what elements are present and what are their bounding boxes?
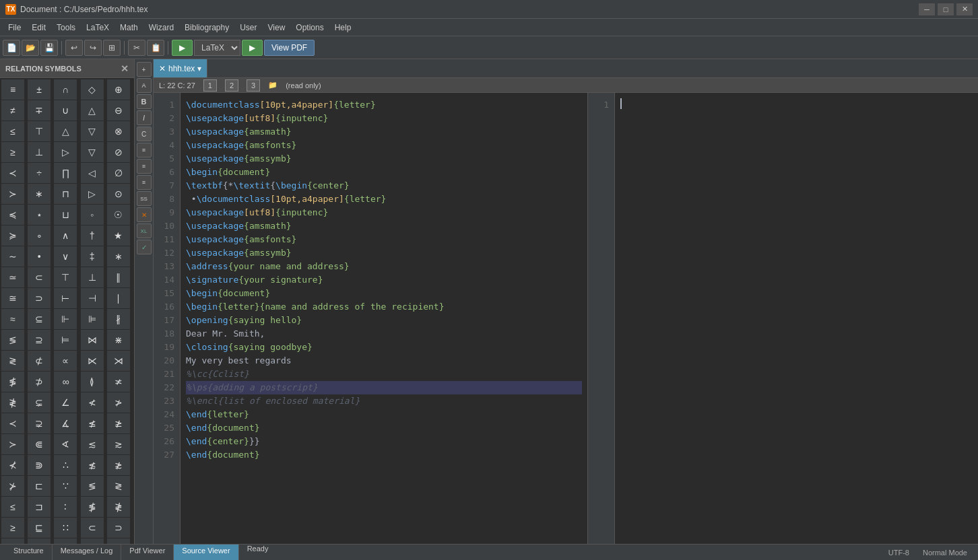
symbol-cell-19[interactable]: ⊘ <box>107 142 130 162</box>
symbol-cell-29[interactable]: ⊙ <box>107 184 130 204</box>
page-btn-2[interactable]: 2 <box>225 79 238 92</box>
symbol-cell-47[interactable]: ⊤ <box>54 267 77 287</box>
symbol-cell-75[interactable]: ≹ <box>1 392 24 413</box>
symbol-cell-112[interactable]: ∸ <box>54 538 77 544</box>
side-c-button[interactable]: C <box>137 127 152 141</box>
symbol-cell-92[interactable]: ∴ <box>54 455 77 475</box>
side-list2-button[interactable]: ≡ <box>137 159 152 174</box>
symbol-cell-21[interactable]: ÷ <box>28 163 51 183</box>
symbol-cell-109[interactable]: ⊃ <box>107 518 130 538</box>
symbol-cell-33[interactable]: ◦ <box>81 205 104 225</box>
symbol-cell-87[interactable]: ∢ <box>54 434 77 454</box>
symbol-cell-110[interactable]: ≦ <box>1 538 24 544</box>
symbol-cell-46[interactable]: ⊂ <box>28 267 51 287</box>
symbol-cell-9[interactable]: ⊖ <box>107 100 130 120</box>
symbol-cell-86[interactable]: ⋐ <box>28 434 51 454</box>
maximize-button[interactable]: □ <box>938 3 954 15</box>
compile-button[interactable]: ▶ <box>172 40 193 56</box>
symbol-cell-38[interactable]: † <box>81 225 104 246</box>
symbol-cell-77[interactable]: ∠ <box>54 392 77 413</box>
symbol-cell-84[interactable]: ≱ <box>107 413 130 433</box>
symbol-cell-55[interactable]: ≈ <box>1 309 24 329</box>
cut-button[interactable]: ✂ <box>128 40 145 56</box>
symbol-cell-69[interactable]: ⋊ <box>107 351 130 371</box>
symbol-cell-0[interactable]: ≡ <box>1 79 24 100</box>
copy-multi-button[interactable]: ⊞ <box>103 40 121 56</box>
side-x-button[interactable]: ✕ <box>137 207 152 222</box>
symbol-cell-43[interactable]: ‡ <box>81 246 104 267</box>
symbol-cell-65[interactable]: ≷ <box>1 351 24 371</box>
symbol-cell-68[interactable]: ⋉ <box>81 351 104 371</box>
symbol-cell-45[interactable]: ≃ <box>1 267 24 287</box>
symbol-cell-60[interactable]: ≶ <box>1 330 24 350</box>
symbol-cell-4[interactable]: ⊕ <box>107 79 130 100</box>
symbol-cell-3[interactable]: ◇ <box>81 79 104 100</box>
minimize-button[interactable]: ─ <box>919 3 935 15</box>
symbol-cell-106[interactable]: ⊑ <box>28 518 51 538</box>
symbol-panel-close[interactable]: ✕ <box>121 63 129 74</box>
side-list-button[interactable]: ≡ <box>137 143 152 158</box>
symbol-cell-57[interactable]: ⊩ <box>54 309 77 329</box>
status-tab-pdfviewer[interactable]: Pdf Viewer <box>121 545 174 560</box>
page-btn-1[interactable]: 1 <box>203 79 217 92</box>
latex-select[interactable]: LaTeX <box>194 40 240 56</box>
side-b-button[interactable]: B <box>137 94 152 109</box>
symbol-cell-64[interactable]: ⋇ <box>107 330 130 350</box>
side-add-button[interactable]: + <box>137 62 152 77</box>
menu-item-user[interactable]: User <box>234 21 262 34</box>
symbol-cell-36[interactable]: ∘ <box>28 225 51 246</box>
menu-item-wizard[interactable]: Wizard <box>143 21 179 34</box>
symbol-cell-27[interactable]: ⊓ <box>54 184 77 204</box>
symbol-cell-6[interactable]: ∓ <box>28 100 51 120</box>
symbol-cell-22[interactable]: ∏ <box>54 163 77 183</box>
menu-item-options[interactable]: Options <box>290 21 329 34</box>
symbol-cell-78[interactable]: ≮ <box>81 392 104 413</box>
symbol-cell-25[interactable]: ≻ <box>1 184 24 204</box>
symbol-cell-101[interactable]: ⊐ <box>28 497 51 517</box>
symbol-cell-105[interactable]: ≥ <box>1 518 24 538</box>
symbol-cell-5[interactable]: ≠ <box>1 100 24 120</box>
symbol-cell-91[interactable]: ⋑ <box>28 455 51 475</box>
symbol-cell-40[interactable]: ∼ <box>1 246 24 267</box>
folder-icon[interactable]: 📁 <box>268 81 278 90</box>
symbol-cell-88[interactable]: ≲ <box>81 434 104 454</box>
side-ss-button[interactable]: SS <box>137 191 152 206</box>
symbol-cell-34[interactable]: ☉ <box>107 205 130 225</box>
symbol-cell-102[interactable]: ∶ <box>54 497 77 517</box>
symbol-cell-32[interactable]: ⊔ <box>54 205 77 225</box>
symbol-cell-49[interactable]: ∥ <box>107 267 130 287</box>
symbol-cell-93[interactable]: ≴ <box>81 455 104 475</box>
symbol-cell-15[interactable]: ≥ <box>1 142 24 162</box>
menu-item-file[interactable]: File <box>3 21 26 34</box>
status-tab-messages[interactable]: Messages / Log <box>53 545 122 560</box>
symbol-cell-41[interactable]: • <box>28 246 51 267</box>
symbol-cell-37[interactable]: ∧ <box>54 225 77 246</box>
symbol-cell-28[interactable]: ▷ <box>81 184 104 204</box>
symbol-cell-90[interactable]: ⊀ <box>1 455 24 475</box>
redo-button[interactable]: ↪ <box>84 40 102 56</box>
tab-close-icon[interactable]: ✕ <box>159 64 166 73</box>
symbol-cell-107[interactable]: ∷ <box>54 518 77 538</box>
viewpdf-button[interactable]: View PDF <box>264 40 315 56</box>
symbol-cell-30[interactable]: ≼ <box>1 205 24 225</box>
symbol-cell-82[interactable]: ∡ <box>54 413 77 433</box>
undo-button[interactable]: ↩ <box>65 40 83 56</box>
symbol-cell-59[interactable]: ∦ <box>107 309 130 329</box>
symbol-cell-23[interactable]: ◁ <box>81 163 104 183</box>
symbol-cell-35[interactable]: ≽ <box>1 225 24 246</box>
symbol-cell-39[interactable]: ★ <box>107 225 130 246</box>
symbol-cell-89[interactable]: ≳ <box>107 434 130 454</box>
symbol-cell-44[interactable]: ∗ <box>107 246 130 267</box>
status-tab-sourceviewer[interactable]: Source Viewer <box>174 545 238 560</box>
symbol-cell-104[interactable]: ≹ <box>107 497 130 517</box>
symbol-cell-85[interactable]: ≻ <box>1 434 24 454</box>
symbol-cell-20[interactable]: ≺ <box>1 163 24 183</box>
symbol-cell-12[interactable]: △ <box>54 121 77 141</box>
new-button[interactable]: 📄 <box>3 40 20 56</box>
editor-tab-hhh[interactable]: ✕ hhh.tex ▾ <box>154 59 207 77</box>
symbol-cell-31[interactable]: ⋆ <box>28 205 51 225</box>
symbol-cell-73[interactable]: ≬ <box>81 372 104 392</box>
symbol-cell-42[interactable]: ∨ <box>54 246 77 267</box>
symbol-cell-99[interactable]: ≷ <box>107 476 130 496</box>
symbol-cell-83[interactable]: ≰ <box>81 413 104 433</box>
